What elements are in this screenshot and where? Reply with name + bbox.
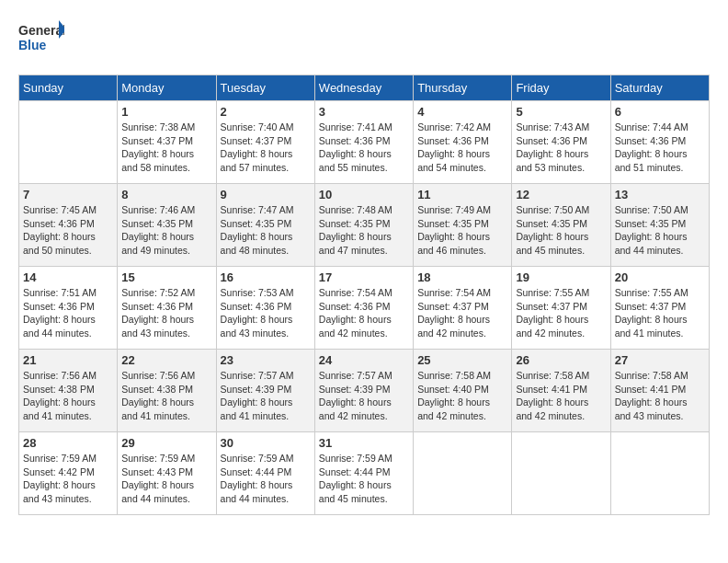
calendar-cell: 30Sunrise: 7:59 AMSunset: 4:44 PMDayligh… — [216, 432, 314, 515]
calendar-cell — [610, 432, 709, 515]
calendar-cell: 23Sunrise: 7:57 AMSunset: 4:39 PMDayligh… — [216, 350, 314, 432]
day-number: 23 — [221, 353, 311, 367]
weekday-header-saturday: Saturday — [610, 75, 709, 101]
calendar-cell: 17Sunrise: 7:54 AMSunset: 4:36 PMDayligh… — [314, 267, 413, 350]
day-number: 24 — [319, 353, 409, 367]
calendar-week-row: 21Sunrise: 7:56 AMSunset: 4:38 PMDayligh… — [19, 350, 710, 432]
day-number: 20 — [615, 270, 705, 284]
day-info: Sunrise: 7:59 AMSunset: 4:42 PMDaylight:… — [23, 452, 113, 506]
day-info: Sunrise: 7:53 AMSunset: 4:36 PMDaylight:… — [221, 286, 311, 340]
day-number: 26 — [516, 353, 606, 367]
day-number: 21 — [23, 353, 113, 367]
day-info: Sunrise: 7:40 AMSunset: 4:37 PMDaylight:… — [221, 121, 311, 175]
day-info: Sunrise: 7:41 AMSunset: 4:36 PMDaylight:… — [319, 121, 409, 175]
day-number: 16 — [221, 270, 311, 284]
page-header: General Blue — [18, 18, 710, 60]
calendar-cell: 15Sunrise: 7:52 AMSunset: 4:36 PMDayligh… — [118, 267, 216, 350]
calendar-cell: 18Sunrise: 7:54 AMSunset: 4:37 PMDayligh… — [414, 267, 512, 350]
day-number: 28 — [23, 436, 113, 450]
weekday-header-thursday: Thursday — [414, 75, 512, 101]
calendar-cell: 25Sunrise: 7:58 AMSunset: 4:40 PMDayligh… — [414, 350, 512, 432]
day-info: Sunrise: 7:55 AMSunset: 4:37 PMDaylight:… — [516, 286, 606, 340]
day-info: Sunrise: 7:57 AMSunset: 4:39 PMDaylight:… — [221, 369, 311, 423]
calendar-cell: 11Sunrise: 7:49 AMSunset: 4:35 PMDayligh… — [414, 184, 512, 267]
day-info: Sunrise: 7:57 AMSunset: 4:39 PMDaylight:… — [319, 369, 409, 423]
day-info: Sunrise: 7:48 AMSunset: 4:35 PMDaylight:… — [319, 203, 409, 258]
day-number: 30 — [221, 436, 311, 450]
calendar-cell: 16Sunrise: 7:53 AMSunset: 4:36 PMDayligh… — [216, 267, 314, 350]
day-info: Sunrise: 7:44 AMSunset: 4:36 PMDaylight:… — [615, 121, 705, 175]
calendar-cell: 24Sunrise: 7:57 AMSunset: 4:39 PMDayligh… — [314, 350, 413, 432]
day-info: Sunrise: 7:47 AMSunset: 4:35 PMDaylight:… — [221, 203, 311, 258]
calendar-cell: 4Sunrise: 7:42 AMSunset: 4:36 PMDaylight… — [414, 101, 512, 184]
calendar-cell: 31Sunrise: 7:59 AMSunset: 4:44 PMDayligh… — [314, 432, 413, 515]
calendar-cell — [414, 432, 512, 515]
calendar-cell: 2Sunrise: 7:40 AMSunset: 4:37 PMDaylight… — [216, 101, 314, 184]
day-info: Sunrise: 7:59 AMSunset: 4:44 PMDaylight:… — [221, 452, 311, 506]
calendar-cell: 3Sunrise: 7:41 AMSunset: 4:36 PMDaylight… — [314, 101, 413, 184]
day-info: Sunrise: 7:58 AMSunset: 4:40 PMDaylight:… — [417, 369, 507, 423]
calendar-cell: 10Sunrise: 7:48 AMSunset: 4:35 PMDayligh… — [314, 184, 413, 267]
day-number: 5 — [516, 105, 606, 119]
logo: General Blue — [18, 18, 64, 60]
day-number: 13 — [615, 188, 705, 201]
day-number: 6 — [615, 105, 705, 119]
day-number: 4 — [417, 105, 507, 119]
calendar-cell: 21Sunrise: 7:56 AMSunset: 4:38 PMDayligh… — [19, 350, 118, 432]
weekday-header-sunday: Sunday — [19, 75, 118, 101]
weekday-header-friday: Friday — [512, 75, 610, 101]
calendar-cell: 26Sunrise: 7:58 AMSunset: 4:41 PMDayligh… — [512, 350, 610, 432]
day-number: 27 — [615, 353, 705, 367]
day-info: Sunrise: 7:59 AMSunset: 4:43 PMDaylight:… — [121, 452, 211, 506]
calendar-cell: 5Sunrise: 7:43 AMSunset: 4:36 PMDaylight… — [512, 101, 610, 184]
calendar-cell: 6Sunrise: 7:44 AMSunset: 4:36 PMDaylight… — [610, 101, 709, 184]
calendar-cell: 22Sunrise: 7:56 AMSunset: 4:38 PMDayligh… — [118, 350, 216, 432]
day-info: Sunrise: 7:52 AMSunset: 4:36 PMDaylight:… — [121, 286, 211, 340]
day-number: 11 — [417, 188, 507, 201]
calendar-cell: 28Sunrise: 7:59 AMSunset: 4:42 PMDayligh… — [19, 432, 118, 515]
day-number: 9 — [221, 188, 311, 201]
calendar-cell — [512, 432, 610, 515]
day-number: 8 — [121, 188, 211, 201]
day-number: 22 — [121, 353, 211, 367]
day-info: Sunrise: 7:38 AMSunset: 4:37 PMDaylight:… — [121, 121, 211, 175]
calendar-table: SundayMondayTuesdayWednesdayThursdayFrid… — [18, 75, 710, 515]
logo-svg: General Blue — [18, 18, 64, 60]
calendar-cell: 9Sunrise: 7:47 AMSunset: 4:35 PMDaylight… — [216, 184, 314, 267]
svg-text:General: General — [18, 23, 64, 38]
calendar-cell: 1Sunrise: 7:38 AMSunset: 4:37 PMDaylight… — [118, 101, 216, 184]
day-number: 18 — [417, 270, 507, 284]
calendar-cell: 7Sunrise: 7:45 AMSunset: 4:36 PMDaylight… — [19, 184, 118, 267]
day-info: Sunrise: 7:59 AMSunset: 4:44 PMDaylight:… — [319, 452, 409, 506]
calendar-week-row: 28Sunrise: 7:59 AMSunset: 4:42 PMDayligh… — [19, 432, 710, 515]
weekday-header-tuesday: Tuesday — [216, 75, 314, 101]
day-number: 7 — [23, 188, 113, 201]
day-number: 19 — [516, 270, 606, 284]
day-number: 2 — [221, 105, 311, 119]
calendar-cell: 20Sunrise: 7:55 AMSunset: 4:37 PMDayligh… — [610, 267, 709, 350]
day-info: Sunrise: 7:54 AMSunset: 4:37 PMDaylight:… — [417, 286, 507, 340]
calendar-cell: 12Sunrise: 7:50 AMSunset: 4:35 PMDayligh… — [512, 184, 610, 267]
day-info: Sunrise: 7:51 AMSunset: 4:36 PMDaylight:… — [23, 286, 113, 340]
weekday-header-monday: Monday — [118, 75, 216, 101]
day-info: Sunrise: 7:42 AMSunset: 4:36 PMDaylight:… — [417, 121, 507, 175]
day-number: 15 — [121, 270, 211, 284]
calendar-cell: 13Sunrise: 7:50 AMSunset: 4:35 PMDayligh… — [610, 184, 709, 267]
weekday-header-wednesday: Wednesday — [314, 75, 413, 101]
day-info: Sunrise: 7:55 AMSunset: 4:37 PMDaylight:… — [615, 286, 705, 340]
calendar-cell — [19, 101, 118, 184]
day-number: 29 — [121, 436, 211, 450]
day-info: Sunrise: 7:56 AMSunset: 4:38 PMDaylight:… — [121, 369, 211, 423]
day-number: 17 — [319, 270, 409, 284]
day-info: Sunrise: 7:45 AMSunset: 4:36 PMDaylight:… — [23, 203, 113, 258]
day-info: Sunrise: 7:58 AMSunset: 4:41 PMDaylight:… — [615, 369, 705, 423]
day-info: Sunrise: 7:43 AMSunset: 4:36 PMDaylight:… — [516, 121, 606, 175]
svg-text:Blue: Blue — [18, 38, 47, 52]
day-number: 10 — [319, 188, 409, 201]
day-number: 31 — [319, 436, 409, 450]
calendar-header-row: SundayMondayTuesdayWednesdayThursdayFrid… — [19, 75, 710, 101]
day-info: Sunrise: 7:56 AMSunset: 4:38 PMDaylight:… — [23, 369, 113, 423]
day-number: 25 — [417, 353, 507, 367]
day-number: 1 — [121, 105, 211, 119]
calendar-week-row: 1Sunrise: 7:38 AMSunset: 4:37 PMDaylight… — [19, 101, 710, 184]
